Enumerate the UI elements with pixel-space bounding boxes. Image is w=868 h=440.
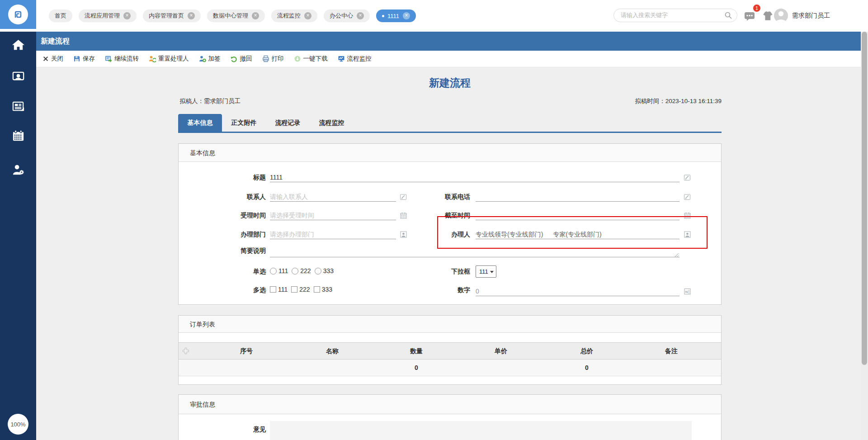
- document-title: 新建流程: [178, 76, 722, 90]
- search-icon[interactable]: [724, 11, 732, 19]
- close-button[interactable]: 关闭: [42, 55, 63, 63]
- reset-handler-button[interactable]: 重置处理人: [149, 55, 189, 63]
- notification-badge: 1: [753, 4, 761, 12]
- tab-attachment[interactable]: 正文附件: [222, 114, 266, 132]
- field-label-handle-dept: 办理部门: [180, 230, 266, 239]
- close-icon[interactable]: ×: [403, 12, 410, 19]
- radio-icon[interactable]: [270, 268, 277, 274]
- app: 首页 流程应用管理× 内容管理首页× 数据中心管理× 流程监控× 办公中心× 1…: [0, 0, 868, 440]
- handle-dept-input[interactable]: 请选择办理部门: [270, 230, 396, 239]
- checkbox-option[interactable]: 111: [270, 286, 288, 293]
- tab-basic-info[interactable]: 基本信息: [178, 114, 222, 132]
- col-header-name: 名称: [305, 347, 359, 355]
- checkbox-icon[interactable]: [270, 286, 276, 293]
- edit-icon[interactable]: [684, 174, 691, 181]
- close-icon[interactable]: ×: [357, 12, 364, 19]
- brief-textarea[interactable]: [270, 248, 679, 257]
- radio-option[interactable]: 222: [292, 267, 311, 274]
- sidebar-item-meeting[interactable]: [0, 70, 36, 84]
- order-table-summary-row: [179, 360, 721, 376]
- current-user-name[interactable]: 需求部门员工: [792, 0, 830, 32]
- resize-handle[interactable]: [674, 251, 679, 260]
- close-icon[interactable]: ×: [304, 12, 311, 19]
- field-label-radio: 单选: [180, 267, 266, 276]
- newspaper-icon: [11, 99, 25, 114]
- tab-flow-monitor[interactable]: 流程监控: [310, 114, 354, 132]
- close-icon[interactable]: ×: [188, 12, 195, 19]
- field-label-opinion: 意见: [180, 425, 266, 434]
- radio-icon[interactable]: [292, 268, 298, 274]
- print-icon: [262, 55, 269, 62]
- checkbox-option[interactable]: 333: [314, 286, 332, 293]
- tab-flow-monitor[interactable]: 流程监控×: [271, 9, 317, 22]
- summary-qty: 0: [389, 364, 443, 371]
- active-dot: [382, 15, 384, 17]
- withdraw-button[interactable]: 撤回: [231, 55, 252, 63]
- field-label-number: 数字: [384, 285, 470, 294]
- number-input[interactable]: 0: [476, 287, 679, 296]
- sidebar-item-home[interactable]: [0, 38, 36, 52]
- sidebar-item-calendar[interactable]: [0, 129, 36, 143]
- checkbox-icon[interactable]: [314, 286, 320, 293]
- summary-total: 0: [560, 364, 614, 371]
- tab-1111-active[interactable]: 1111×: [376, 9, 416, 22]
- checkbox-group: 111 222 333: [270, 286, 336, 293]
- save-button[interactable]: 保存: [73, 55, 95, 63]
- close-icon[interactable]: ×: [252, 12, 259, 19]
- sidebar-item-news[interactable]: [0, 99, 36, 114]
- col-header-remark: 备注: [644, 347, 698, 355]
- search-input[interactable]: 请输入搜索关键字: [613, 9, 737, 22]
- annotation-highlight-box: [437, 216, 708, 249]
- tab-office-center[interactable]: 办公中心×: [324, 9, 370, 22]
- flow-monitor-icon: [338, 55, 345, 62]
- logo-block[interactable]: [0, 0, 36, 29]
- title-input[interactable]: 1111: [270, 173, 679, 182]
- basic-info-panel-title: 基本信息: [190, 144, 215, 162]
- radio-option[interactable]: 111: [270, 267, 288, 274]
- number-icon[interactable]: N: [684, 288, 691, 295]
- tab-flow-record[interactable]: 流程记录: [266, 114, 310, 132]
- field-label-title: 标题: [180, 173, 266, 182]
- order-list-panel-header: 订单列表: [179, 316, 721, 333]
- dropdown-select[interactable]: 111: [476, 265, 496, 278]
- add-row-icon[interactable]: [182, 347, 189, 356]
- avatar[interactable]: [774, 9, 788, 23]
- field-label-contact: 联系人: [180, 192, 266, 201]
- approval-panel-header: 审批信息: [179, 395, 721, 414]
- basic-info-panel-header: 基本信息: [179, 144, 721, 162]
- checkbox-icon[interactable]: [291, 286, 297, 293]
- contact-input[interactable]: 请输入联系人: [270, 192, 396, 202]
- tabs-underline: [178, 132, 722, 133]
- sidebar: [0, 32, 36, 440]
- add-sign-button[interactable]: 加签: [199, 55, 221, 63]
- draft-time-label: 拟稿时间：2023-10-13 16:11:39: [586, 97, 722, 105]
- field-label-accept-time: 受理时间: [180, 211, 266, 220]
- add-sign-icon: [199, 55, 206, 62]
- tab-content-mgmt-home[interactable]: 内容管理首页×: [143, 9, 201, 22]
- print-button[interactable]: 打印: [262, 55, 284, 63]
- opinion-textarea[interactable]: [270, 421, 692, 440]
- tab-data-center-mgmt[interactable]: 数据中心管理×: [207, 9, 265, 22]
- field-label-checkbox: 多选: [180, 285, 266, 294]
- reset-handler-icon: [149, 55, 156, 62]
- checkbox-option[interactable]: 222: [291, 286, 310, 293]
- contact-phone-input[interactable]: [476, 192, 679, 202]
- flow-monitor-button[interactable]: 流程监控: [338, 55, 372, 63]
- sidebar-item-user-settings[interactable]: [0, 163, 36, 177]
- tab-home[interactable]: 首页: [49, 9, 72, 22]
- accept-time-input[interactable]: 请选择受理时间: [270, 211, 396, 220]
- scrollbar-thumb[interactable]: [862, 32, 867, 365]
- one-key-download-button[interactable]: 一键下载: [294, 55, 328, 63]
- save-icon: [73, 55, 80, 62]
- tab-process-app-mgmt[interactable]: 流程应用管理×: [79, 9, 137, 22]
- messages-icon[interactable]: [744, 11, 756, 24]
- radio-option[interactable]: 333: [315, 267, 334, 274]
- theme-shirt-icon[interactable]: [761, 11, 773, 23]
- zoom-level-badge[interactable]: 100%: [8, 414, 28, 435]
- edit-icon[interactable]: [684, 193, 691, 201]
- close-icon[interactable]: ×: [123, 12, 131, 19]
- continue-flow-button[interactable]: 继续流转: [105, 55, 139, 63]
- radio-icon[interactable]: [315, 268, 321, 274]
- field-label-brief: 简要说明: [180, 246, 266, 255]
- close-icon: [42, 56, 49, 62]
